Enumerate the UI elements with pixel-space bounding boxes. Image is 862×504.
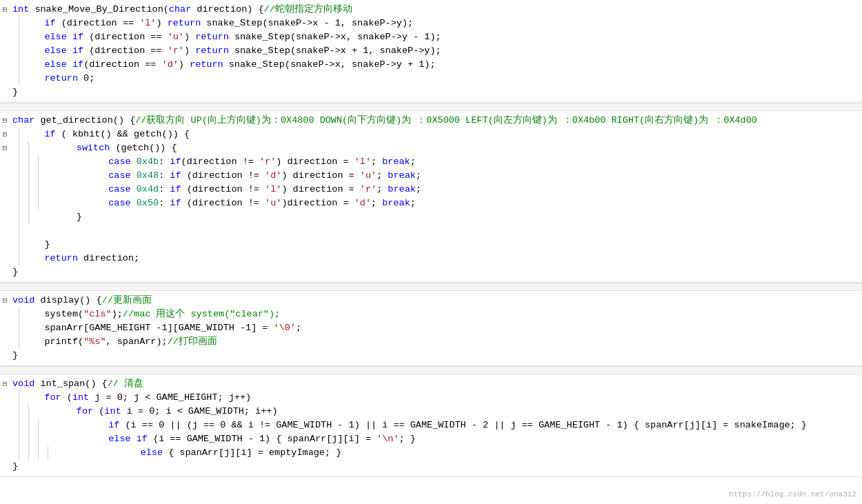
code-line: for (int j = 0; j < GAME_HEIGHT; j++) [0,391,862,405]
fold-marker[interactable]: ⊟ [0,128,10,141]
code-line: } [0,238,862,252]
fold-marker[interactable]: ⊟ [0,114,10,128]
fold-marker[interactable]: ⊟ [0,377,10,391]
code-line: case 0x4d: if (direction != 'l') directi… [0,183,862,196]
indent-guide [10,155,19,169]
code-line: printf("%s", spanArr);//打印画面 [0,335,862,349]
indent-guide [10,321,19,335]
code-content: return direction; [19,252,862,265]
indent-guide [10,446,19,460]
code-content: void display() {//更新画面 [10,294,862,308]
code-line: case 0x48: if (direction != 'd') directi… [0,169,862,183]
code-line: ⊟ char get_direction() {//获取方向 UP(向上方向键)… [0,114,862,128]
indent-guide [29,196,39,210]
code-line: } [0,210,862,224]
code-line: if (i == 0 || (j == 0 && i != GAME_WIDTH… [0,419,862,432]
indent-guide [10,169,19,183]
indent-guide [10,196,19,210]
indent-guide [10,391,19,405]
code-content: case 0x50: if (direction != 'u')directio… [39,196,862,210]
code-content: } [29,210,862,224]
code-content: int snake_Move_By_Direction(char directi… [10,3,862,17]
indent-guide [10,141,19,155]
indent-guide [10,308,19,321]
code-content: for (int i = 0; i < GAME_WIDTH; i++) [29,405,862,419]
indent-guide [19,196,29,210]
indent-guide [10,128,19,141]
fold-marker[interactable]: ⊟ [0,141,10,155]
code-content: } [19,238,862,252]
code-content: else { spanArr[j][i] = emptyImage; } [48,446,862,460]
indent-guide [10,44,19,58]
code-line: case 0x4b: if(direction != 'r') directio… [0,155,862,169]
code-line: spanArr[GAME_HEIGHT -1][GAME_WIDTH -1] =… [0,321,862,335]
code-line: ⊟ void int_span() {// 清盘 [0,377,862,391]
code-content: else if(direction == 'd') return snake_S… [19,58,862,72]
code-line: else if (direction == 'r') return snake_… [0,44,862,58]
url-label: https://blog.csdn.net/ona312 [729,490,856,498]
code-section-int-span: ⊟ void int_span() {// 清盘 for (int j = 0;… [0,374,862,477]
code-line: for (int i = 0; i < GAME_WIDTH; i++) [0,405,862,419]
code-section-display: ⊟ void display() {//更新画面 system("cls");/… [0,291,862,366]
indent-guide [10,17,19,30]
code-content [19,224,862,238]
code-line [0,224,862,238]
indent-guide [10,224,19,238]
indent-guide [19,183,29,196]
code-content: printf("%s", spanArr);//打印画面 [19,335,862,349]
section-divider [0,283,862,291]
code-content: } [10,349,862,363]
fold-marker[interactable]: ⊟ [0,3,10,17]
indent-guide [39,446,48,460]
code-content: void int_span() {// 清盘 [10,377,862,391]
indent-guide [19,169,29,183]
code-line: if (direction == 'l') return snake_Step(… [0,17,862,30]
code-content: if ( kbhit() && getch()) { [19,128,862,141]
code-line: } [0,85,862,99]
code-line: ⊟ if ( kbhit() && getch()) { [0,128,862,141]
indent-guide [10,405,19,419]
code-line: case 0x50: if (direction != 'u')directio… [0,196,862,210]
code-line: return 0; [0,72,862,85]
indent-guide [29,419,39,432]
code-content: for (int j = 0; j < GAME_HEIGHT; j++) [19,391,862,405]
code-content: switch (getch()) { [29,141,862,155]
indent-guide [10,58,19,72]
code-content: else if (i == GAME_WIDTH - 1) { spanArr[… [39,432,862,446]
indent-guide [10,419,19,432]
fold-marker[interactable]: ⊟ [0,294,10,308]
code-line: } [0,265,862,279]
indent-guide [10,432,19,446]
code-line: ⊟ switch (getch()) { [0,141,862,155]
code-editor: ⊟ int snake_Move_By_Direction(char direc… [0,0,862,504]
indent-guide [10,72,19,85]
indent-guide [19,141,29,155]
indent-guide [10,210,19,224]
indent-guide [29,183,39,196]
indent-guide [10,335,19,349]
code-content: case 0x4b: if(direction != 'r') directio… [39,155,862,169]
section-divider [0,103,862,111]
code-content: case 0x4d: if (direction != 'l') directi… [39,183,862,196]
code-content: if (i == 0 || (j == 0 && i != GAME_WIDTH… [39,419,862,432]
code-line: else { spanArr[j][i] = emptyImage; } [0,446,862,460]
code-content: char get_direction() {//获取方向 UP(向上方向键)为：… [10,114,862,128]
code-content: } [10,265,862,279]
indent-guide [29,432,39,446]
code-line: else if (i == GAME_WIDTH - 1) { spanArr[… [0,432,862,446]
indent-guide [29,169,39,183]
code-content: if (direction == 'l') return snake_Step(… [19,17,862,30]
indent-guide [19,432,29,446]
code-line: system("cls");//mac 用这个 system("clear"); [0,308,862,321]
code-section-snake-move: ⊟ int snake_Move_By_Direction(char direc… [0,0,862,103]
code-content: } [10,85,862,99]
code-content: system("cls");//mac 用这个 system("clear"); [19,308,862,321]
indent-guide [19,405,29,419]
code-content: return 0; [19,72,862,85]
code-content: case 0x48: if (direction != 'd') directi… [39,169,862,183]
indent-guide [29,155,39,169]
indent-guide [19,155,29,169]
indent-guide [10,30,19,44]
code-content: else if (direction == 'r') return snake_… [19,44,862,58]
code-line: else if (direction == 'u') return snake_… [0,30,862,44]
